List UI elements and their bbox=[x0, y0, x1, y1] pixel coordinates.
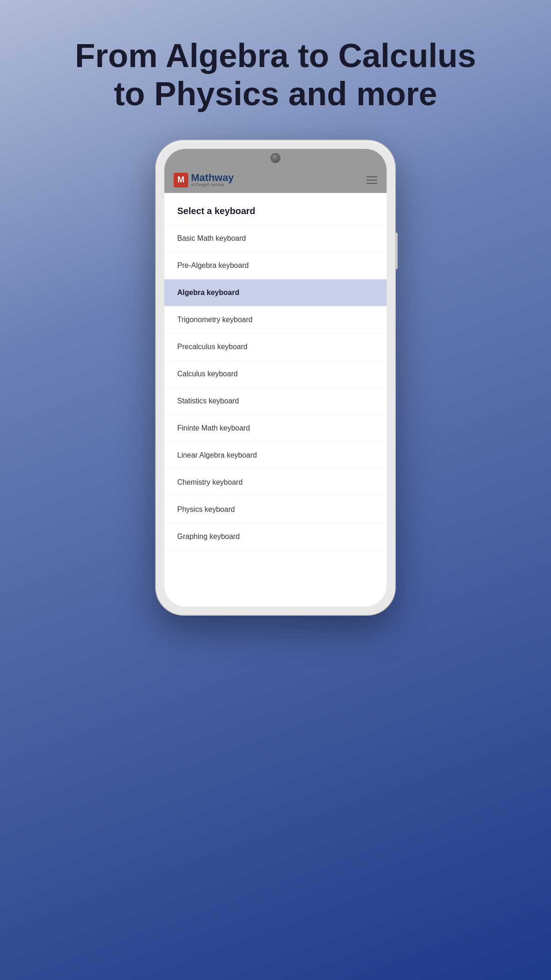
logo-name: Mathway bbox=[191, 173, 234, 183]
phone-screen: M Mathway a Chegg® service Select a keyb… bbox=[164, 149, 387, 606]
keyboard-item-physics[interactable]: Physics keyboard bbox=[164, 496, 387, 523]
hamburger-line-3 bbox=[366, 183, 377, 184]
phone-side-button bbox=[395, 232, 398, 269]
phone-frame: M Mathway a Chegg® service Select a keyb… bbox=[156, 141, 395, 615]
keyboard-item-statistics[interactable]: Statistics keyboard bbox=[164, 388, 387, 415]
logo-text-block: Mathway a Chegg® service bbox=[191, 173, 234, 187]
keyboard-list: Basic Math keyboardPre-Algebra keyboardA… bbox=[164, 225, 387, 550]
app-header: M Mathway a Chegg® service bbox=[164, 167, 387, 193]
keyboard-item-basic-math[interactable]: Basic Math keyboard bbox=[164, 225, 387, 252]
keyboard-item-graphing[interactable]: Graphing keyboard bbox=[164, 523, 387, 550]
keyboard-item-chemistry[interactable]: Chemistry keyboard bbox=[164, 469, 387, 496]
hamburger-line-2 bbox=[366, 180, 377, 181]
keyboard-item-algebra[interactable]: Algebra keyboard bbox=[164, 279, 387, 306]
app-content: Select a keyboard Basic Math keyboardPre… bbox=[164, 193, 387, 606]
camera-lens bbox=[270, 153, 281, 163]
mathway-logo: M Mathway a Chegg® service bbox=[174, 173, 234, 187]
keyboard-item-linear-algebra[interactable]: Linear Algebra keyboard bbox=[164, 442, 387, 469]
page-title: From Algebra to Calculus to Physics and … bbox=[38, 37, 512, 113]
keyboard-item-finite-math[interactable]: Fininte Math keyboard bbox=[164, 415, 387, 442]
keyboard-item-calculus[interactable]: Calculus keyboard bbox=[164, 361, 387, 388]
keyboard-item-pre-algebra[interactable]: Pre-Algebra keyboard bbox=[164, 252, 387, 279]
keyboard-item-trigonometry[interactable]: Trigonometry keyboard bbox=[164, 306, 387, 334]
hamburger-menu-button[interactable] bbox=[366, 176, 377, 184]
keyboard-item-precalculus[interactable]: Precalculus keyboard bbox=[164, 334, 387, 361]
hamburger-line-1 bbox=[366, 176, 377, 177]
logo-subtitle: a Chegg® service bbox=[191, 183, 234, 187]
select-keyboard-header: Select a keyboard bbox=[164, 193, 387, 225]
logo-icon: M bbox=[174, 173, 188, 187]
camera-bar bbox=[164, 149, 387, 167]
